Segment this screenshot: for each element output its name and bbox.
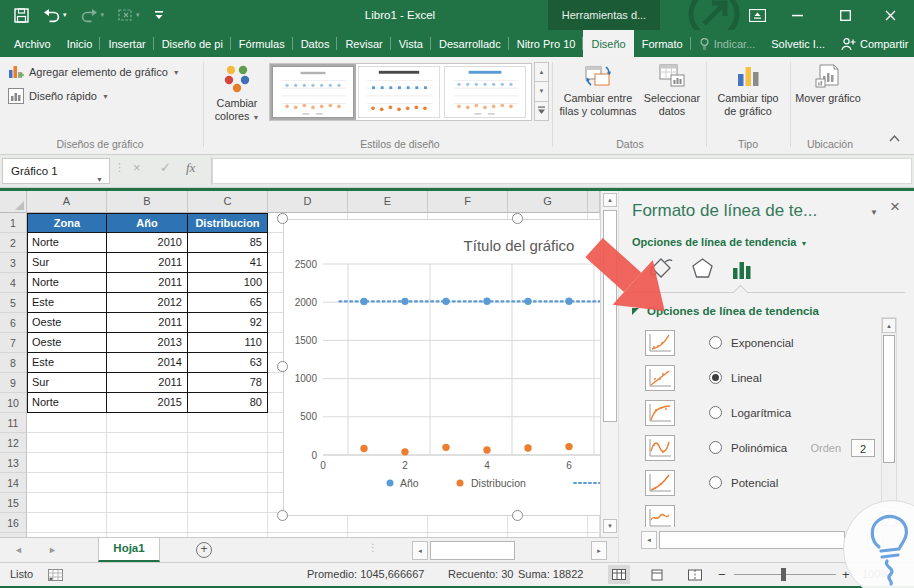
cell[interactable] <box>188 473 268 493</box>
row-header-11[interactable]: 11 <box>0 413 27 433</box>
scroll-down-icon[interactable]: ▼ <box>603 519 617 533</box>
cell[interactable]: Este <box>27 353 107 373</box>
tab-splitter-icon[interactable]: ⋮ <box>368 542 378 553</box>
cell[interactable]: Norte <box>27 233 107 253</box>
formula-input[interactable] <box>212 158 912 184</box>
customize-qat-button[interactable] <box>154 10 164 20</box>
cell[interactable]: Sur <box>27 373 107 393</box>
chart-handle-top-left[interactable] <box>277 213 288 224</box>
share-button[interactable]: Compartir <box>833 30 914 57</box>
tab-formato[interactable]: Formato <box>634 30 691 57</box>
tab-formulas[interactable]: Fórmulas <box>231 30 293 57</box>
orden-value-field[interactable]: 2 <box>851 439 875 457</box>
pane-hscroll-thumb[interactable] <box>659 531 845 549</box>
sheet-tab-hoja1[interactable]: Hoja1 <box>98 538 160 562</box>
row-header-10[interactable]: 10 <box>0 393 27 413</box>
column-header-A[interactable]: A <box>27 191 107 213</box>
page-layout-view-icon[interactable] <box>646 565 668 584</box>
cell[interactable]: Zona <box>27 213 107 233</box>
save-icon[interactable] <box>14 8 29 23</box>
tab-revisar[interactable]: Revisar <box>337 30 390 57</box>
cell[interactable] <box>27 453 107 473</box>
hscroll-right-icon[interactable]: ► <box>591 541 607 560</box>
cell[interactable] <box>107 473 188 493</box>
pane-close-icon[interactable]: × <box>890 197 900 217</box>
cell[interactable]: 65 <box>188 293 268 313</box>
tab-vista[interactable]: Vista <box>391 30 431 57</box>
cell[interactable]: 2011 <box>107 253 188 273</box>
chart-handle-top-mid[interactable] <box>512 213 523 224</box>
column-header-G[interactable]: G <box>508 191 588 213</box>
row-header-16[interactable]: 16 <box>0 513 27 533</box>
chart-object[interactable]: 050010001500200025000246Título del gráfi… <box>283 219 600 516</box>
collapse-ribbon-icon[interactable] <box>888 133 901 143</box>
radio-logaritmica[interactable] <box>709 406 722 419</box>
column-header-D[interactable]: D <box>268 191 348 213</box>
row-header-12[interactable]: 12 <box>0 433 27 453</box>
radio-lineal[interactable] <box>709 371 722 384</box>
cell[interactable] <box>188 493 268 513</box>
chart-style-2[interactable] <box>358 66 440 118</box>
zoom-slider-thumb[interactable] <box>781 568 786 581</box>
option-partial[interactable] <box>635 500 875 527</box>
cell[interactable] <box>188 513 268 533</box>
cell[interactable] <box>188 433 268 453</box>
select-data-button[interactable]: Seleccionar datos <box>641 61 703 118</box>
chart-style-1[interactable] <box>272 66 354 118</box>
sheet-nav-left-icon[interactable]: ◄ <box>14 545 23 555</box>
tab-inicio[interactable]: Inicio <box>59 30 101 57</box>
tab-desarrollador[interactable]: Desarrolladc <box>431 30 509 57</box>
pane-hscroll-left-icon[interactable]: ◄ <box>641 531 657 549</box>
quick-layout-button[interactable]: Diseño rápido▼ <box>8 88 109 104</box>
normal-view-icon[interactable] <box>608 565 630 584</box>
option-logaritmica[interactable]: Logarítmica <box>635 395 875 430</box>
cell[interactable] <box>107 433 188 453</box>
scroll-thumb[interactable] <box>883 335 895 463</box>
cell[interactable] <box>27 493 107 513</box>
change-colors-button[interactable]: Cambiar colores ▼ <box>206 61 268 124</box>
cell[interactable]: 80 <box>188 393 268 413</box>
hscroll-thumb[interactable] <box>430 541 515 560</box>
undo-caret-icon[interactable]: ▾ <box>63 11 67 19</box>
cell[interactable]: 110 <box>188 333 268 353</box>
effects-icon[interactable] <box>691 257 714 280</box>
row-header-8[interactable]: 8 <box>0 353 27 373</box>
tab-datos[interactable]: Datos <box>293 30 338 57</box>
gallery-down-icon[interactable]: ▼ <box>534 81 549 101</box>
tab-diseno-active[interactable]: Diseño <box>583 30 633 57</box>
row-header-4[interactable]: 4 <box>0 273 27 293</box>
chart-style-3[interactable] <box>444 66 526 118</box>
tab-indicar[interactable]: Indicar... <box>691 30 764 57</box>
option-potencial[interactable]: Potencial <box>635 465 875 500</box>
cell[interactable]: Oeste <box>27 313 107 333</box>
change-chart-type-button[interactable]: Cambiar tipo de gráfico <box>710 61 786 118</box>
options-vscrollbar[interactable]: ▲ ▼ <box>881 317 897 527</box>
row-header-3[interactable]: 3 <box>0 253 27 273</box>
gallery-up-icon[interactable]: ▲ <box>534 62 549 82</box>
row-header-13[interactable]: 13 <box>0 453 27 473</box>
radio-polinomica[interactable] <box>709 441 722 454</box>
cell[interactable]: 78 <box>188 373 268 393</box>
cell[interactable]: Sur <box>27 253 107 273</box>
cell[interactable] <box>27 413 107 433</box>
cell[interactable] <box>348 513 428 533</box>
option-polinomica[interactable]: Polinómica Orden 2 <box>635 430 875 465</box>
row-header-9[interactable]: 9 <box>0 373 27 393</box>
cell[interactable]: 63 <box>188 353 268 373</box>
column-header-C[interactable]: C <box>188 191 268 213</box>
row-header-15[interactable]: 15 <box>0 493 27 513</box>
status-sum[interactable]: Suma: 18822 <box>518 563 583 586</box>
trendline-options-icon[interactable] <box>731 259 753 280</box>
cell[interactable]: Este <box>27 293 107 313</box>
name-box[interactable]: Gráfico 1 ▼ <box>2 158 110 184</box>
cell[interactable]: 2010 <box>107 233 188 253</box>
cell[interactable]: Norte <box>27 393 107 413</box>
cell[interactable]: 41 <box>188 253 268 273</box>
cell[interactable] <box>107 453 188 473</box>
row-header-5[interactable]: 5 <box>0 293 27 313</box>
chart-handle-bottom-left[interactable] <box>277 510 288 521</box>
cell[interactable]: 2011 <box>107 313 188 333</box>
insert-function-icon[interactable]: fx <box>186 160 195 176</box>
pane-title-caret-icon[interactable]: ▼ <box>870 208 878 217</box>
row-header-7[interactable]: 7 <box>0 333 27 353</box>
